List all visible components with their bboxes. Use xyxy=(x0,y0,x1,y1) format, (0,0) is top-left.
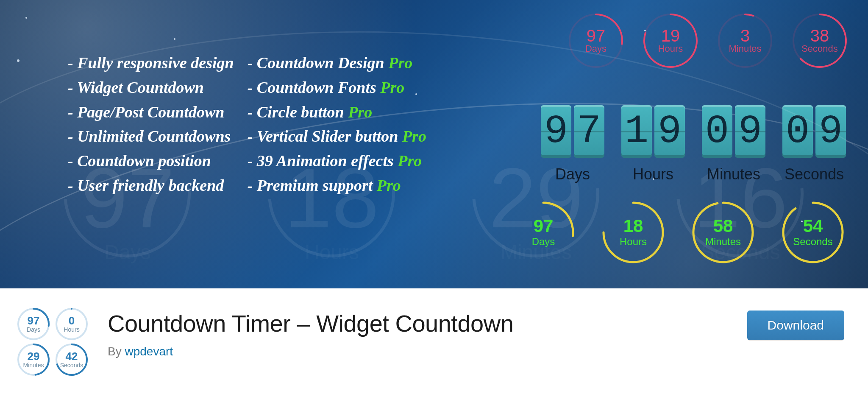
countdown-circle-green: 97 Days 18 Hours 58 Minutes 54 Seconds xyxy=(510,199,846,265)
flip-digit: 0 xyxy=(702,105,732,158)
flip-digit: 9 xyxy=(654,105,685,158)
pink-dial-days: 97 Days xyxy=(566,11,626,70)
plugin-header: 97 Days 0 Hours 29 Minutes 42 Seconds Co… xyxy=(0,288,868,394)
flip-unit-seconds: 09 Seconds xyxy=(782,105,846,183)
author-link[interactable]: wpdevart xyxy=(125,345,173,358)
pink-dial-hours: 19 Hours xyxy=(641,11,700,70)
green-dial-hours: 18 Hours xyxy=(600,199,666,265)
plugin-title: Countdown Timer – Widget Countdown xyxy=(108,310,730,337)
plugin-banner: Fully responsive design Widget Countdown… xyxy=(0,0,868,288)
download-button[interactable]: Download xyxy=(747,310,844,340)
feature-item: Fully responsive design xyxy=(68,51,234,75)
green-dial-seconds: 54 Seconds xyxy=(780,199,846,265)
pro-badge: Pro xyxy=(388,54,412,72)
plugin-icon: 97 Days 0 Hours 29 Minutes 42 Seconds xyxy=(14,307,91,377)
feature-item: Widget Countdown xyxy=(68,75,234,100)
flip-digit: 9 xyxy=(735,105,765,158)
mini-dial-seconds: 42 Seconds xyxy=(55,343,89,377)
flip-digit: 7 xyxy=(574,105,604,158)
mini-dial-hours: 0 Hours xyxy=(55,307,89,341)
flip-digit: 9 xyxy=(815,105,846,158)
flip-unit-days: 97 Days xyxy=(541,105,604,183)
green-dial-minutes: 58 Minutes xyxy=(690,199,756,265)
ghost-unit-days: 97Days xyxy=(81,156,175,264)
flip-digit: 1 xyxy=(621,105,652,158)
flip-unit-hours: 19 Hours xyxy=(621,105,685,183)
green-dial-days: 97 Days xyxy=(510,199,576,265)
feature-item: Countdown Design Pro xyxy=(248,51,426,75)
countdown-flip: 97 Days 19 Hours 09 Minutes 09 Seconds xyxy=(541,105,846,183)
ghost-unit-hours: 18Hours xyxy=(285,156,379,264)
flip-digit: 9 xyxy=(541,105,571,158)
mini-dial-minutes: 29 Minutes xyxy=(17,343,50,377)
pink-dial-seconds: 38 Seconds xyxy=(790,11,849,70)
svg-point-2 xyxy=(719,14,771,67)
countdown-circle-pink: 97 Days 19 Hours 3 Minutes 38 Seconds xyxy=(566,11,849,70)
plugin-byline: By wpdevart xyxy=(108,345,730,358)
pink-dial-minutes: 3 Minutes xyxy=(715,11,775,70)
feature-item: Page/Post Countdown xyxy=(68,100,234,125)
mini-dial-days: 97 Days xyxy=(17,307,50,341)
pro-badge: Pro xyxy=(380,78,404,96)
pro-badge: Pro xyxy=(348,103,372,121)
pro-badge: Pro xyxy=(402,127,426,145)
flip-digit: 0 xyxy=(782,105,813,158)
svg-point-5 xyxy=(56,309,87,339)
feature-item: Countdown Fonts Pro xyxy=(248,75,426,100)
plugin-meta: Countdown Timer – Widget Countdown By wp… xyxy=(108,307,730,358)
feature-item: Circle button Pro xyxy=(248,100,426,125)
flip-unit-minutes: 09 Minutes xyxy=(702,105,765,183)
